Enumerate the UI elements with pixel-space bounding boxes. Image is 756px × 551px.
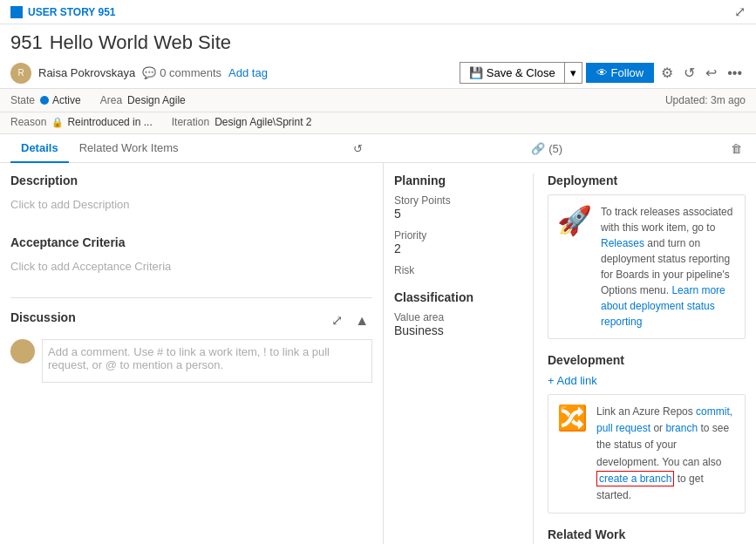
updated-text: Updated: 3m ago <box>191 94 746 106</box>
rocket-icon: 🚀 <box>557 204 592 237</box>
meta-row-2: Reason 🔒 Reintroduced in ... Iteration D… <box>0 112 756 134</box>
story-points-value[interactable]: 5 <box>394 207 519 221</box>
expand-discussion-button[interactable]: ⤢ <box>328 309 346 332</box>
acceptance-section: Acceptance Criteria Click to add Accepta… <box>10 235 372 276</box>
priority-value[interactable]: 2 <box>394 241 519 255</box>
comment-area: Add a comment. Use # to link a work item… <box>10 339 372 383</box>
create-branch-link[interactable]: create a branch <box>596 471 674 486</box>
more-button[interactable]: ••• <box>724 62 746 85</box>
tab-trash-button[interactable]: 🗑 <box>727 139 746 159</box>
state-value: Active <box>40 94 81 106</box>
value-area-value[interactable]: Business <box>394 323 519 337</box>
iteration-value: Design Agile\Sprint 2 <box>215 116 311 128</box>
save-close-button[interactable]: 💾 Save & Close <box>460 62 565 84</box>
eye-icon: 👁 <box>596 66 608 79</box>
meta-row-1: State Active Area Design Agile Updated: … <box>0 89 756 112</box>
save-icon: 💾 <box>469 66 483 79</box>
risk-row: Risk <box>394 264 519 276</box>
breadcrumb-text[interactable]: USER STORY 951 <box>28 6 116 18</box>
add-link-button[interactable]: + Add link <box>548 374 597 387</box>
settings-button[interactable]: ⚙ <box>657 61 677 85</box>
development-box: 🔀 Link an Azure Repos commit, pull reque… <box>548 394 746 514</box>
discussion-section: Discussion ⤢ ▲ Add a comment. Use # to l… <box>10 297 372 383</box>
area-label: Area <box>100 94 122 106</box>
save-dropdown-button[interactable]: ▾ <box>565 62 582 84</box>
discussion-controls: ⤢ ▲ <box>328 309 372 332</box>
breadcrumb[interactable]: USER STORY 951 <box>10 6 116 18</box>
user-name: Raisa Pokrovskaya <box>38 66 135 79</box>
deployment-text: To track releases associated with this w… <box>601 204 736 330</box>
state-label: State <box>10 94 35 106</box>
deployment-section: Deployment 🚀 To track releases associate… <box>548 173 746 339</box>
git-icon: 🔀 <box>557 404 588 432</box>
link-icon: 🔗 <box>531 142 545 155</box>
tab-history-button[interactable]: ↺ <box>350 139 366 159</box>
toolbar-right: 💾 Save & Close ▾ 👁 Follow ⚙ ↺ ↩ ••• <box>460 61 746 85</box>
risk-label: Risk <box>394 264 519 276</box>
comment-count: 💬 0 comments <box>142 66 221 79</box>
commenter-avatar <box>10 339 35 364</box>
left-panel: Description Click to add Description Acc… <box>0 163 384 544</box>
related-work-title: Related Work <box>548 527 746 541</box>
main-content: Description Click to add Description Acc… <box>0 163 756 544</box>
acceptance-title: Acceptance Criteria <box>10 235 372 249</box>
area-value: Design Agile <box>127 94 186 106</box>
avatar: R <box>10 63 31 84</box>
value-area-label: Value area <box>394 311 519 323</box>
description-placeholder[interactable]: Click to add Description <box>10 194 372 214</box>
comment-input[interactable]: Add a comment. Use # to link a work item… <box>42 339 372 383</box>
iteration-label: Iteration <box>172 116 209 128</box>
planning-section: Planning Story Points 5 Priority 2 Risk <box>394 173 519 276</box>
expand-button[interactable]: ⤢ <box>734 3 746 20</box>
reason-label: Reason <box>10 116 46 128</box>
lock-icon: 🔒 <box>51 117 64 128</box>
reason-value: 🔒 Reintroduced in ... <box>51 116 152 128</box>
tab-links-button[interactable]: 🔗 (5) <box>528 139 566 159</box>
deployment-column: Deployment 🚀 To track releases associate… <box>548 173 746 544</box>
right-columns: Planning Story Points 5 Priority 2 Risk <box>394 173 746 544</box>
acceptance-placeholder[interactable]: Click to add Acceptance Criteria <box>10 256 372 276</box>
comment-bubble-icon: 💬 <box>142 66 156 79</box>
story-points-row: Story Points 5 <box>394 194 519 221</box>
development-section: Development + Add link 🔀 Link an Azure R… <box>548 353 746 514</box>
toolbar: R Raisa Pokrovskaya 💬 0 comments Add tag… <box>0 58 756 89</box>
work-item-title: Hello World Web Site <box>50 31 231 54</box>
right-panel: Planning Story Points 5 Priority 2 Risk <box>384 163 756 544</box>
tab-details[interactable]: Details <box>10 134 69 163</box>
user-story-icon <box>10 6 23 18</box>
title-row: 951 Hello World Web Site <box>0 24 756 58</box>
follow-button[interactable]: 👁 Follow <box>586 63 655 83</box>
description-section: Description Click to add Description <box>10 173 372 214</box>
save-close-group: 💾 Save & Close ▾ <box>460 62 582 84</box>
deployment-box: 🚀 To track releases associated with this… <box>548 194 746 339</box>
history-icon: ↺ <box>353 142 363 155</box>
classification-section: Classification Value area Business <box>394 290 519 337</box>
deployment-title: Deployment <box>548 173 746 187</box>
pull-request-link[interactable]: pull request <box>596 422 650 434</box>
add-tag-button[interactable]: Add tag <box>228 66 268 79</box>
trash-icon: 🗑 <box>731 142 742 155</box>
description-title: Description <box>10 173 372 187</box>
value-area-row: Value area Business <box>394 311 519 337</box>
priority-row: Priority 2 <box>394 229 519 255</box>
releases-link[interactable]: Releases <box>601 237 644 249</box>
planning-column: Planning Story Points 5 Priority 2 Risk <box>394 173 534 544</box>
header-bar: USER STORY 951 ⤢ <box>0 0 756 24</box>
tabs-bar: Details Related Work Items ↺ 🔗 (5) 🗑 <box>0 134 756 163</box>
collapse-discussion-button[interactable]: ▲ <box>351 309 372 332</box>
branch-link[interactable]: branch <box>665 422 698 434</box>
commit-link[interactable]: commit <box>696 405 730 418</box>
story-points-label: Story Points <box>394 194 519 207</box>
classification-title: Classification <box>394 290 519 304</box>
planning-title: Planning <box>394 173 519 187</box>
tab-related-work-items[interactable]: Related Work Items <box>69 134 189 163</box>
undo-button[interactable]: ↩ <box>702 61 720 85</box>
development-text: Link an Azure Repos commit, pull request… <box>596 404 736 504</box>
discussion-title: Discussion <box>10 310 76 324</box>
discussion-header: Discussion ⤢ ▲ <box>10 309 372 332</box>
priority-label: Priority <box>394 229 519 241</box>
development-title: Development <box>548 353 746 367</box>
refresh-button[interactable]: ↺ <box>680 61 698 85</box>
related-work-section: Related Work <box>548 527 746 541</box>
work-item-id: 951 <box>10 31 43 54</box>
